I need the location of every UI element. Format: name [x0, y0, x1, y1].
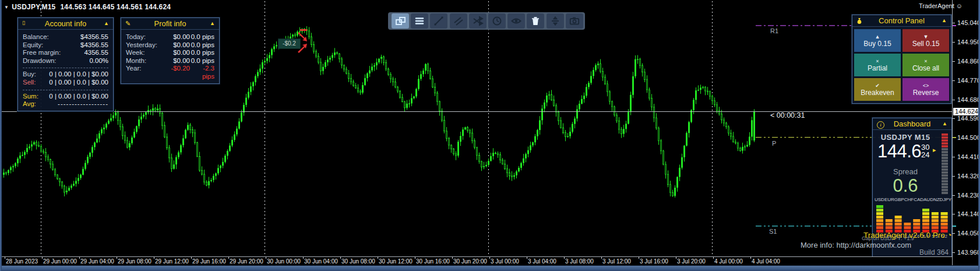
price-tick-label: 144.860 — [957, 58, 980, 65]
toolbar-camera-icon[interactable] — [566, 13, 583, 29]
control-panel-titlebar[interactable]: Control Panel ▲ — [852, 15, 951, 27]
sell-0-15-button[interactable]: ▼Sell 0.15 — [903, 29, 949, 52]
free-margin-row: Free margin:4356.55 — [23, 49, 108, 57]
time-tick-label: 28 Jun 2023 — [6, 258, 38, 265]
reverse-button[interactable]: <>Reverse — [903, 78, 949, 101]
sell-positions-row: Sell:0 | 0.00 | 0.0 | $0.00 — [23, 79, 108, 87]
time-tick-label: 29 Jun 16:00 — [192, 258, 226, 265]
current-price-tag: 144.624 — [953, 108, 980, 115]
toolbar-trash-icon[interactable] — [527, 13, 544, 29]
price-tick — [953, 100, 955, 100]
dashboard-price-pips: 3024 — [921, 143, 929, 159]
time-tick-label: 29 Jun 12:00 — [155, 258, 189, 265]
price-tick-label: 144.590 — [957, 115, 980, 122]
price-axis[interactable]: 144.624 145.040144.950144.860144.770144.… — [952, 0, 980, 265]
breakeven-button[interactable]: ✔Breakeven — [854, 78, 901, 101]
collapse-arrow-icon[interactable]: ▲ — [942, 17, 947, 23]
collapse-arrow-icon[interactable]: ▲ — [104, 20, 109, 26]
toolbar-menu-bars-icon[interactable] — [411, 13, 428, 29]
time-tick — [639, 257, 639, 259]
spread-label: Spread — [873, 167, 938, 176]
time-tick-label: 3 Jul 08:00 — [565, 258, 594, 265]
time-tick-label: 30 Jun 20:00 — [453, 258, 487, 265]
buy-positions-row: Buy:0 | 0.00 | 0.0 | $0.00 — [23, 71, 108, 79]
time-tick-label: 29 Jun 00:00 — [43, 258, 77, 265]
time-tick — [452, 257, 453, 259]
price-tick-label: 144.500 — [957, 134, 980, 141]
price-tick — [953, 233, 955, 234]
time-tick-label: 3 Jul 12:00 — [602, 258, 631, 265]
window-border-left — [0, 0, 2, 271]
toolbar-split-icon[interactable] — [547, 13, 564, 29]
time-tick-label: 3 Jul 16:00 — [640, 258, 668, 265]
mt4-chart-window: ▼USDJPY,M15144.563 144.645 144.561 144.6… — [0, 0, 980, 271]
currency-label: GBP — [894, 197, 904, 202]
more-info-link[interactable]: More info: http://darkmoonfx.com — [801, 241, 911, 249]
time-tick — [191, 257, 192, 259]
collapse-arrow-icon[interactable]: ▲ — [210, 20, 215, 26]
price-tick-label: 144.680 — [957, 96, 980, 103]
toolbar-chart-windows-icon[interactable] — [392, 13, 409, 29]
account-info-titlebar[interactable]: ▯ Account info ▲ — [18, 18, 113, 30]
avg-row: Avg:------------------ — [23, 100, 108, 108]
ohlc-values: 144.563 144.645 144.561 144.624 — [61, 3, 171, 11]
close-all-button[interactable]: ×Close all — [903, 54, 949, 76]
profit-today-row: Today:$0.000.0 pips — [126, 33, 214, 41]
ea-brand-text: TraderAgent v2.6.0 Pro ◔ — [863, 231, 952, 240]
time-tick — [79, 257, 80, 259]
profit-info-titlebar[interactable]: ✎ Profit info ▲ — [121, 18, 219, 30]
time-tick-label: 4 Jul 04:00 — [752, 258, 780, 265]
time-tick — [750, 257, 751, 259]
price-tick-label: 144.770 — [957, 77, 980, 84]
time-tick-label: 30 Jun 16:00 — [416, 258, 450, 265]
currency-label: JPY — [943, 197, 951, 202]
time-tick — [564, 257, 565, 259]
dashboard-titlebar[interactable]: i Dashboard ▲ — [873, 118, 951, 130]
price-tick — [953, 61, 955, 62]
time-tick — [5, 257, 5, 259]
window-bottom-bar — [0, 265, 980, 271]
time-tick — [713, 257, 714, 259]
symbol-timeframe: USDJPY,M15 — [12, 3, 55, 11]
currency-label: EUR — [884, 197, 894, 202]
time-tick-label: 29 Jun 08:00 — [118, 258, 151, 265]
account-icon: ▯ — [22, 20, 25, 26]
pencil-icon: ✎ — [125, 20, 131, 27]
pivot-axis-mark-r1 — [953, 25, 956, 26]
time-tick — [117, 257, 117, 259]
clock-icon: ◔ — [947, 231, 952, 240]
account-info-panel: ▯ Account info ▲ Balance:$4356.55 Equity… — [17, 17, 114, 111]
price-tick — [953, 176, 955, 177]
time-tick — [340, 257, 341, 259]
build-number: Build 364 — [919, 248, 949, 256]
time-tick-label: 4 Jul 00:00 — [714, 258, 743, 265]
time-axis[interactable]: 28 Jun 202329 Jun 00:0029 Jun 04:0029 Ju… — [0, 256, 952, 266]
toolbar-trendline-icon[interactable] — [430, 13, 447, 29]
time-tick — [601, 257, 602, 259]
time-tick — [415, 257, 415, 259]
dashboard-symbol: USDJPY M15 — [873, 133, 938, 142]
trade-arrows-icon — [296, 28, 312, 56]
chart-toolbar — [388, 12, 585, 30]
partial-button[interactable]: ×Partial — [854, 54, 901, 76]
time-tick-label: 29 Jun 04:00 — [80, 258, 114, 265]
collapse-symbol-icon[interactable]: ▼ — [4, 5, 9, 10]
collapse-arrow-icon[interactable]: ▲ — [942, 121, 947, 126]
toolbar-shuffle-icon[interactable] — [469, 13, 487, 29]
price-tick-label: 144.230 — [957, 192, 980, 199]
time-tick — [489, 257, 490, 259]
info-icon: i — [877, 121, 884, 129]
buy-0-15-button[interactable]: ▲Buy 0.15 — [854, 29, 901, 52]
profit-month-row: Month:$0.000.0 pips — [126, 57, 214, 65]
price-tick-label: 144.140 — [957, 210, 980, 217]
equity-row: Equity:$4356.55 — [23, 41, 108, 50]
dashboard-price: 144.6 — [877, 141, 921, 162]
price-tick — [953, 80, 955, 81]
control-panel: Control Panel ▲ ▲Buy 0.15▼Sell 0.15×Part… — [852, 15, 951, 104]
pivot-axis-mark-p — [953, 137, 956, 138]
toolbar-eye-icon[interactable] — [507, 13, 525, 29]
price-tick-label: 143.960 — [957, 249, 980, 256]
toolbar-clock-icon[interactable] — [488, 13, 506, 29]
time-tick-label: 30 Jun 04:00 — [304, 258, 338, 265]
toolbar-channel-icon[interactable] — [450, 13, 467, 29]
